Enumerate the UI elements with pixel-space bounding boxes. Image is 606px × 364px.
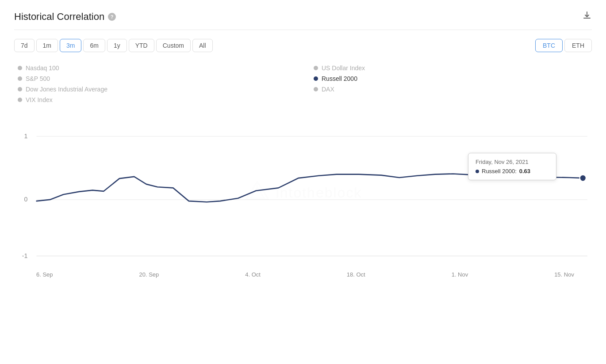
filter-6m[interactable]: 6m bbox=[83, 39, 105, 52]
page-title: Historical Correlation bbox=[14, 11, 104, 23]
legend-label-dax: DAX bbox=[322, 86, 334, 93]
legend-label-sp500: S&P 500 bbox=[26, 75, 50, 82]
legend-label-vix: VIX Index bbox=[26, 96, 53, 103]
download-icon[interactable] bbox=[582, 11, 592, 23]
x-label-1nov: 1. Nov bbox=[452, 271, 468, 278]
controls-row: 7d 1m 3m 6m 1y YTD Custom All BTC ETH bbox=[14, 39, 592, 52]
legend-dot-russell2000 bbox=[314, 76, 318, 81]
legend-dot-dowjones bbox=[18, 87, 22, 91]
chart-area: intotheblock 1 0 -1 Friday, Nov 26, 2021 bbox=[14, 118, 592, 268]
y-label-0: 0 bbox=[24, 196, 27, 203]
asset-btc[interactable]: BTC bbox=[535, 39, 563, 52]
x-label-20sep: 20. Sep bbox=[139, 271, 159, 278]
x-label-15nov: 15. Nov bbox=[554, 271, 574, 278]
x-label-18oct: 18. Oct bbox=[347, 271, 365, 278]
tooltip-date: Friday, Nov 26, 2021 bbox=[476, 159, 549, 165]
filter-ytd[interactable]: YTD bbox=[129, 39, 154, 52]
legend-label-usdollar: US Dollar Index bbox=[322, 64, 365, 72]
filter-7d[interactable]: 7d bbox=[14, 39, 35, 52]
legend-dowjones[interactable]: Dow Jones Industrial Average bbox=[18, 86, 296, 93]
legend-dot-nasdaq100 bbox=[18, 66, 22, 70]
legend-label-nasdaq100: Nasdaq 100 bbox=[26, 64, 59, 72]
legend-label-dowjones: Dow Jones Industrial Average bbox=[26, 86, 107, 93]
y-label-neg1: -1 bbox=[22, 252, 28, 259]
legend-dot-vix bbox=[18, 98, 22, 102]
widget-header: Historical Correlation ? bbox=[14, 11, 592, 30]
asset-eth[interactable]: ETH bbox=[564, 39, 592, 52]
legend-dot-usdollar bbox=[314, 66, 318, 70]
legend-sp500[interactable]: S&P 500 bbox=[18, 75, 296, 82]
legend-dax[interactable]: DAX bbox=[314, 86, 592, 93]
filter-all[interactable]: All bbox=[192, 39, 213, 52]
tooltip-series-dot bbox=[476, 170, 479, 173]
filter-3m[interactable]: 3m bbox=[60, 39, 81, 52]
legend-vix[interactable]: VIX Index bbox=[18, 96, 296, 103]
tooltip-value: Russell 2000: 0.63 bbox=[476, 168, 549, 174]
help-icon[interactable]: ? bbox=[108, 13, 116, 21]
chart-svg: 1 0 -1 bbox=[14, 118, 592, 268]
tooltip-series-label: Russell 2000: bbox=[482, 168, 517, 174]
time-filters: 7d 1m 3m 6m 1y YTD Custom All bbox=[14, 39, 213, 52]
chart-endpoint bbox=[580, 175, 586, 182]
legend-label-russell2000: Russell 2000 bbox=[322, 75, 357, 82]
header-left: Historical Correlation ? bbox=[14, 11, 116, 23]
filter-custom[interactable]: Custom bbox=[156, 39, 191, 52]
legend-dot-sp500 bbox=[18, 76, 22, 81]
legend-nasdaq100[interactable]: Nasdaq 100 bbox=[18, 64, 296, 72]
y-label-1: 1 bbox=[24, 132, 27, 139]
asset-filters: BTC ETH bbox=[535, 39, 592, 52]
filter-1y[interactable]: 1y bbox=[107, 39, 127, 52]
legend-russell2000[interactable]: Russell 2000 bbox=[314, 75, 592, 82]
filter-1m[interactable]: 1m bbox=[36, 39, 58, 52]
legend-dot-dax bbox=[314, 87, 318, 91]
legend: Nasdaq 100 US Dollar Index S&P 500 Russe… bbox=[14, 64, 592, 103]
x-label-6sep: 6. Sep bbox=[36, 271, 53, 278]
x-label-4oct: 4. Oct bbox=[245, 271, 261, 278]
tooltip: Friday, Nov 26, 2021 Russell 2000: 0.63 bbox=[468, 153, 556, 180]
legend-usdollar[interactable]: US Dollar Index bbox=[314, 64, 592, 72]
x-axis-labels: 6. Sep 20. Sep 4. Oct 18. Oct 1. Nov 15.… bbox=[14, 268, 592, 278]
tooltip-series-value: 0.63 bbox=[519, 168, 530, 174]
